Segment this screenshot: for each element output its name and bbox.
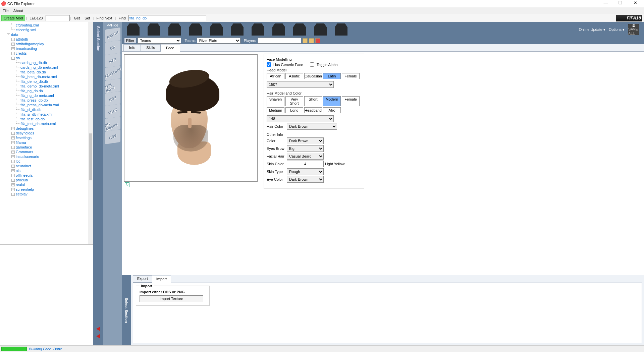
section-tab[interactable]: DB Master xyxy=(105,117,120,131)
find-input[interactable] xyxy=(128,15,206,21)
tree-item[interactable]: +nis xyxy=(2,168,93,173)
boot-icon[interactable] xyxy=(210,23,223,36)
head-type-button[interactable]: Caucasian xyxy=(304,73,322,79)
referee-icon[interactable] xyxy=(335,23,347,36)
tree-item[interactable]: fifa_si_db-meta.xml xyxy=(2,112,93,117)
hair-type-button[interactable]: Very Short xyxy=(285,96,303,106)
tree-item[interactable]: +fifarna xyxy=(2,140,93,145)
section-tab[interactable]: TEXT xyxy=(105,104,120,119)
section-tab[interactable]: HEX xyxy=(105,53,120,68)
hair-type-button[interactable]: Short xyxy=(304,96,322,106)
tab-skills[interactable]: Skills xyxy=(141,44,161,51)
tree-item[interactable]: +loc xyxy=(2,159,93,164)
tree-item[interactable]: +neuralnet xyxy=(2,164,93,168)
hair-type-button[interactable]: Female xyxy=(342,96,360,106)
tree-item[interactable]: cards_ng_db-meta.xml xyxy=(2,65,93,70)
tree-item[interactable]: fifa_test_db.db xyxy=(2,117,93,121)
menu-about[interactable]: About xyxy=(13,9,23,13)
tree-item[interactable]: ctlconfig.xml xyxy=(2,27,93,32)
tactics-icon[interactable] xyxy=(293,23,306,36)
head-type-button[interactable]: African xyxy=(267,73,284,79)
tab-info[interactable]: Info xyxy=(123,44,141,51)
tree-item[interactable]: fifa_press_db.db xyxy=(2,98,93,103)
import-texture-button[interactable]: Import Texture xyxy=(140,295,203,302)
ball-icon[interactable] xyxy=(231,23,244,36)
tree-item[interactable]: cfgrouting.xml xyxy=(2,23,93,27)
tree-item[interactable]: +credits xyxy=(2,51,93,56)
hair-id-select[interactable]: 148 xyxy=(267,115,334,122)
handshake-icon[interactable] xyxy=(314,23,327,36)
eyes-brow-select[interactable]: Big xyxy=(287,145,324,152)
head-type-button[interactable]: Female xyxy=(342,73,360,79)
tree-item[interactable]: +installscenario xyxy=(2,154,93,159)
save-all-button[interactable]: 💾SAVE ALL xyxy=(628,24,639,35)
menu-file[interactable]: File xyxy=(3,9,9,13)
tab-export[interactable]: Export xyxy=(133,275,152,283)
section-tab[interactable]: DX xyxy=(105,40,120,55)
toggle-alpha-checkbox[interactable] xyxy=(310,62,314,67)
hide-button[interactable]: <<Hide xyxy=(107,23,118,27)
section-tab[interactable]: CSV xyxy=(105,129,120,144)
get-button[interactable]: Get xyxy=(72,16,82,20)
section-tab[interactable]: PATCH xyxy=(105,27,120,42)
tree-item[interactable]: +gameface xyxy=(2,145,93,150)
skin-type-select[interactable]: Rough xyxy=(287,168,324,175)
player-icon[interactable] xyxy=(189,23,202,36)
teams-select[interactable]: River Plate xyxy=(197,38,240,44)
head-id-select[interactable]: 1507 xyxy=(267,81,334,88)
players-select[interactable]: Scocco Ignacio xyxy=(258,38,301,44)
tree-item[interactable]: fifa_ng_db-meta.xml xyxy=(2,93,93,98)
arrow-left-icon[interactable] xyxy=(96,327,100,331)
tree-item[interactable]: -db xyxy=(2,56,93,60)
skin-color-spinner[interactable] xyxy=(287,161,324,167)
options-link[interactable]: Options ▾ xyxy=(609,27,625,32)
tree-item[interactable]: fifa_demo_db.db xyxy=(2,79,93,84)
trophy-icon[interactable] xyxy=(127,23,140,36)
tree-item[interactable]: cards_ng_db.db xyxy=(2,60,93,65)
tab-import[interactable]: Import xyxy=(152,276,171,283)
tree-item[interactable]: fifa_demo_db-meta.xml xyxy=(2,84,93,89)
paste-icon[interactable] xyxy=(309,38,314,43)
find-next-button[interactable]: Find Next xyxy=(94,16,114,20)
kit-icon[interactable] xyxy=(168,23,181,36)
tree-item[interactable]: +desynclogs xyxy=(2,131,93,135)
delete-icon[interactable] xyxy=(315,38,320,43)
section-tab[interactable]: TEX INFO xyxy=(105,78,120,93)
hair-type-button[interactable]: Shaven xyxy=(267,96,284,106)
tree-item[interactable]: +screenhelp xyxy=(2,187,93,192)
tree-item[interactable]: +broadcasting xyxy=(2,46,93,51)
tree-view[interactable]: cfgrouting.xmlctlconfig.xml-data+attribd… xyxy=(0,22,93,245)
tree-item[interactable]: +debuglines xyxy=(2,126,93,131)
tree-item[interactable]: +setolav xyxy=(2,192,93,196)
facial-hair-select[interactable]: Casual Beard xyxy=(287,153,324,160)
maximize-icon[interactable]: ❐ xyxy=(613,0,628,7)
refresh-icon[interactable]: ↻ xyxy=(125,182,129,187)
tree-item[interactable]: fifa_beta_db-meta.xml xyxy=(2,74,93,79)
filter-select[interactable]: Teams xyxy=(138,38,181,44)
tree-item[interactable]: fifa_test_db-meta.xml xyxy=(2,121,93,126)
hair-type-button[interactable]: Long xyxy=(285,107,303,113)
arrow-left-icon[interactable] xyxy=(96,334,100,339)
team-icon[interactable] xyxy=(148,23,160,36)
hair-color-select[interactable]: Dark Brown xyxy=(287,123,337,130)
tree-item[interactable]: +attribdbgameplay xyxy=(2,42,93,46)
gloves-icon[interactable] xyxy=(252,23,264,36)
close-icon[interactable]: ✕ xyxy=(628,0,643,7)
hair-type-button[interactable]: Afro xyxy=(323,107,341,113)
tab-face[interactable]: Face xyxy=(160,45,180,52)
tree-item[interactable]: fifa_si_db.db xyxy=(2,107,93,112)
tree-item[interactable]: fifa_beta_db.db xyxy=(2,70,93,74)
leb128-input[interactable] xyxy=(46,15,70,21)
tree-item[interactable]: +proclub xyxy=(2,178,93,182)
hair-type-button[interactable]: Headband xyxy=(304,107,322,113)
head-type-button[interactable]: Asiatic xyxy=(285,73,303,79)
hair-type-button[interactable]: Modern xyxy=(323,96,341,106)
section-tab[interactable]: EBX xyxy=(105,91,120,106)
color-select[interactable]: Dark Brown xyxy=(287,137,324,144)
tree-item[interactable]: +Grammars xyxy=(2,150,93,154)
scoreboard-icon[interactable] xyxy=(272,23,285,36)
hair-type-button[interactable]: Medium xyxy=(267,107,284,113)
tree-item[interactable]: +attribdb xyxy=(2,37,93,42)
new-icon[interactable] xyxy=(303,38,308,43)
tree-item[interactable]: +realai xyxy=(2,182,93,187)
